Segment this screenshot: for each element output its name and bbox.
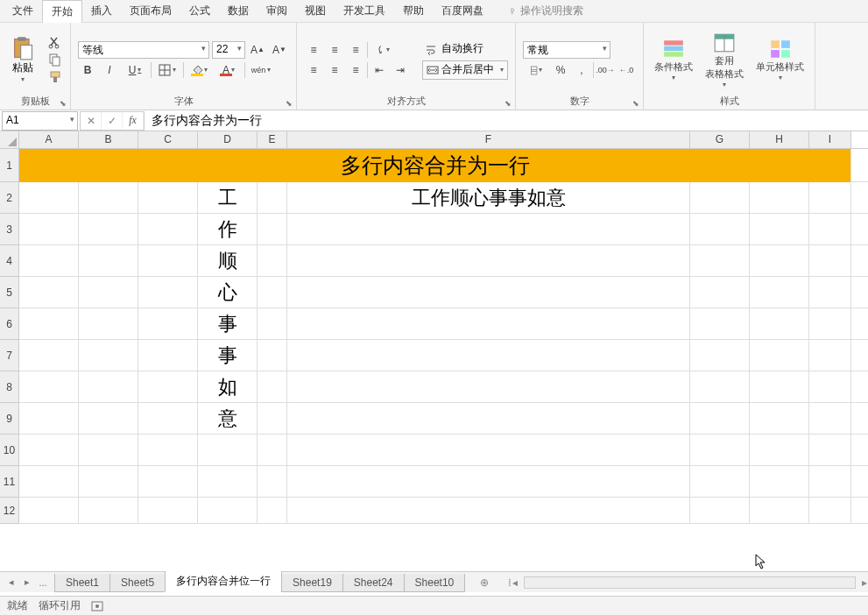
cell-C8[interactable] bbox=[138, 371, 198, 403]
cell-E8[interactable] bbox=[258, 371, 287, 403]
col-header-E[interactable]: E bbox=[258, 131, 287, 148]
cell-G7[interactable] bbox=[690, 340, 750, 371]
cell-C11[interactable] bbox=[138, 466, 198, 498]
cell-A3[interactable] bbox=[19, 214, 79, 245]
cell-C5[interactable] bbox=[138, 277, 198, 308]
cell-H6[interactable] bbox=[750, 308, 809, 340]
align-left-icon[interactable]: ≡ bbox=[304, 61, 323, 79]
sheet-tab-0[interactable]: Sheet1 bbox=[54, 574, 110, 592]
cell-G9[interactable] bbox=[690, 403, 750, 435]
increase-font-icon[interactable]: A▲ bbox=[248, 41, 267, 59]
row-header-9[interactable]: 9 bbox=[0, 403, 18, 435]
scrollbar-track[interactable] bbox=[524, 576, 856, 589]
cell-C12[interactable] bbox=[138, 498, 198, 524]
cell-E4[interactable] bbox=[258, 245, 287, 277]
cell-A4[interactable] bbox=[19, 245, 79, 277]
cancel-icon[interactable]: ✕ bbox=[81, 112, 102, 130]
cell-H3[interactable] bbox=[750, 214, 809, 245]
cell-I7[interactable] bbox=[809, 340, 851, 371]
row-header-1[interactable]: 1 bbox=[0, 149, 18, 182]
cell-I5[interactable] bbox=[809, 277, 851, 308]
cell-A12[interactable] bbox=[19, 498, 79, 524]
col-header-D[interactable]: D bbox=[198, 131, 258, 148]
menu-baidu[interactable]: 百度网盘 bbox=[433, 0, 492, 22]
bold-button[interactable]: B bbox=[78, 61, 97, 79]
row-header-4[interactable]: 4 bbox=[0, 245, 18, 277]
cell-B11[interactable] bbox=[79, 466, 138, 498]
cell-A7[interactable] bbox=[19, 340, 79, 371]
cell-I3[interactable] bbox=[809, 214, 851, 245]
align-center-icon[interactable]: ≡ bbox=[325, 61, 344, 79]
row-header-2[interactable]: 2 bbox=[0, 182, 18, 214]
col-header-B[interactable]: B bbox=[79, 131, 138, 148]
underline-button[interactable]: U bbox=[122, 61, 148, 79]
cells[interactable]: 多行内容合并为一行工工作顺心事事如意作顺心事事如意 bbox=[19, 149, 868, 541]
cell-F12[interactable] bbox=[287, 498, 690, 524]
align-bottom-icon[interactable]: ≡ bbox=[346, 41, 365, 59]
col-header-A[interactable]: A bbox=[19, 131, 79, 148]
horizontal-scrollbar[interactable]: ⁞ bbox=[505, 576, 868, 589]
cell-A9[interactable] bbox=[19, 403, 79, 435]
font-size-select[interactable]: 22 bbox=[212, 41, 245, 59]
increase-indent-icon[interactable]: ⇥ bbox=[391, 61, 410, 79]
cell-D2[interactable]: 工 bbox=[198, 182, 258, 214]
dialog-launcher-icon[interactable]: ⬊ bbox=[632, 99, 639, 108]
cell-D9[interactable]: 意 bbox=[198, 403, 258, 435]
cell-B7[interactable] bbox=[79, 340, 138, 371]
cell-E11[interactable] bbox=[258, 466, 287, 498]
cell-merged-title[interactable]: 多行内容合并为一行 bbox=[19, 149, 851, 182]
cell-F4[interactable] bbox=[287, 245, 690, 277]
menu-file[interactable]: 文件 bbox=[4, 0, 42, 22]
decrease-decimal-icon[interactable]: ←.0 bbox=[617, 61, 636, 79]
dialog-launcher-icon[interactable]: ⬊ bbox=[286, 99, 293, 108]
cell-G12[interactable] bbox=[690, 498, 750, 524]
cell-G8[interactable] bbox=[690, 371, 750, 403]
cell-C4[interactable] bbox=[138, 245, 198, 277]
cell-A8[interactable] bbox=[19, 371, 79, 403]
cell-D10[interactable] bbox=[198, 435, 258, 466]
cell-G10[interactable] bbox=[690, 435, 750, 466]
col-header-G[interactable]: G bbox=[690, 131, 750, 148]
cell-E10[interactable] bbox=[258, 435, 287, 466]
cell-E5[interactable] bbox=[258, 277, 287, 308]
cell-I8[interactable] bbox=[809, 371, 851, 403]
cut-icon[interactable] bbox=[47, 35, 63, 49]
cell-B5[interactable] bbox=[79, 277, 138, 308]
borders-button[interactable] bbox=[154, 61, 180, 79]
cell-I12[interactable] bbox=[809, 498, 851, 524]
cell-H12[interactable] bbox=[750, 498, 809, 524]
cell-D8[interactable]: 如 bbox=[198, 371, 258, 403]
conditional-format-button[interactable]: 条件格式▾ bbox=[651, 38, 696, 81]
cell-A2[interactable] bbox=[19, 182, 79, 214]
cell-I6[interactable] bbox=[809, 308, 851, 340]
col-header-I[interactable]: I bbox=[809, 131, 851, 148]
orientation-button[interactable]: ⤹ bbox=[370, 41, 396, 59]
name-box[interactable]: A1 bbox=[2, 111, 78, 131]
menu-data[interactable]: 数据 bbox=[219, 0, 258, 22]
align-top-icon[interactable]: ≡ bbox=[304, 41, 323, 59]
select-all-button[interactable] bbox=[0, 131, 19, 149]
cell-D11[interactable] bbox=[198, 466, 258, 498]
sheet-nav-prev-icon[interactable]: ◂ bbox=[4, 575, 19, 590]
increase-decimal-icon[interactable]: .00→ bbox=[596, 61, 615, 79]
cell-H8[interactable] bbox=[750, 371, 809, 403]
cell-E12[interactable] bbox=[258, 498, 287, 524]
format-as-table-button[interactable]: 套用 表格格式▾ bbox=[702, 32, 747, 88]
cell-D3[interactable]: 作 bbox=[198, 214, 258, 245]
cell-G4[interactable] bbox=[690, 245, 750, 277]
cell-styles-button[interactable]: 单元格样式▾ bbox=[752, 38, 808, 81]
cell-E6[interactable] bbox=[258, 308, 287, 340]
cell-C6[interactable] bbox=[138, 308, 198, 340]
cell-B9[interactable] bbox=[79, 403, 138, 435]
sheet-tab-2[interactable]: 多行内容合并位一行 bbox=[165, 571, 282, 592]
row-header-11[interactable]: 11 bbox=[0, 466, 18, 498]
align-middle-icon[interactable]: ≡ bbox=[325, 41, 344, 59]
cell-D6[interactable]: 事 bbox=[198, 308, 258, 340]
wrap-text-icon[interactable] bbox=[422, 40, 440, 58]
cell-F7[interactable] bbox=[287, 340, 690, 371]
number-format-select[interactable]: 常规 bbox=[523, 41, 610, 59]
menu-page-layout[interactable]: 页面布局 bbox=[121, 0, 180, 22]
cell-A11[interactable] bbox=[19, 466, 79, 498]
row-header-12[interactable]: 12 bbox=[0, 498, 18, 524]
cell-C9[interactable] bbox=[138, 403, 198, 435]
